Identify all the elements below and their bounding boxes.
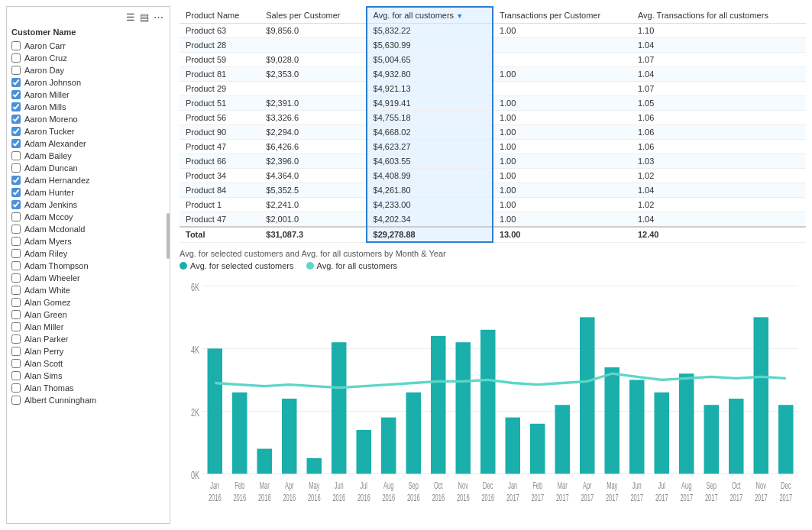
list-item[interactable]: Adam Mccoy: [10, 211, 167, 223]
total-cell: 13.00: [493, 227, 632, 242]
customer-name: Alan Sims: [24, 371, 63, 380]
customer-checkbox[interactable]: [11, 102, 21, 111]
svg-text:2017: 2017: [705, 493, 718, 503]
list-item[interactable]: Aaron Moreno: [10, 113, 167, 125]
table-cell: 1.02: [632, 169, 806, 183]
table-cell: 1.07: [632, 82, 806, 96]
customer-checkbox[interactable]: [11, 298, 21, 307]
table-header[interactable]: Avg. for all customers ▼: [367, 7, 493, 24]
bar: [679, 373, 694, 473]
customer-checkbox[interactable]: [11, 286, 21, 295]
customer-checkbox[interactable]: [11, 322, 21, 331]
table-header[interactable]: Product Name: [180, 7, 260, 24]
customer-checkbox[interactable]: [11, 347, 21, 356]
list-item[interactable]: Adam Alexander: [10, 137, 167, 150]
table-cell: 1.00: [493, 111, 632, 125]
table-header[interactable]: Sales per Customer: [260, 7, 366, 24]
list-item[interactable]: Alan Perry: [10, 345, 167, 357]
svg-text:6K: 6K: [191, 281, 200, 294]
list-item[interactable]: Aaron Mills: [10, 101, 167, 113]
customer-checkbox[interactable]: [11, 151, 21, 160]
customer-name: Adam Alexander: [24, 139, 86, 148]
table-cell: $3,326.6: [260, 111, 366, 125]
svg-text:Sep: Sep: [707, 480, 717, 490]
table-header[interactable]: Avg. Transactions for all customers: [632, 7, 806, 24]
list-item[interactable]: Alan Scott: [10, 357, 167, 370]
customer-checkbox[interactable]: [11, 273, 21, 283]
table-cell: $5,004.65: [367, 53, 493, 67]
list-item[interactable]: Adam Hunter: [10, 186, 167, 199]
list-item[interactable]: Alan Sims: [10, 370, 167, 382]
customer-name: Alan Green: [24, 310, 67, 319]
customer-checkbox[interactable]: [11, 249, 21, 258]
table-row: Product 66$2,396.0$4,603.551.001.03: [180, 154, 806, 169]
table-cell: $9,856.0: [260, 24, 366, 38]
customer-checkbox[interactable]: [11, 127, 21, 136]
customer-checkbox[interactable]: [11, 115, 21, 124]
customer-checkbox[interactable]: [11, 237, 21, 246]
list-item[interactable]: Adam Duncan: [10, 162, 167, 174]
customer-checkbox[interactable]: [11, 53, 21, 63]
list-item[interactable]: Aaron Johnson: [10, 76, 167, 89]
customer-checkbox[interactable]: [11, 176, 21, 185]
chart-svg: 6K4K2K0KJan2016Feb2016Mar2016Apr2016May2…: [180, 273, 806, 524]
list-item[interactable]: Alan Parker: [10, 333, 167, 345]
customer-checkbox[interactable]: [11, 261, 21, 270]
table-cell: 1.06: [632, 111, 806, 125]
customer-checkbox[interactable]: [11, 90, 21, 99]
svg-text:Feb: Feb: [532, 480, 542, 490]
customer-checkbox[interactable]: [11, 359, 21, 368]
customer-checkbox[interactable]: [11, 371, 21, 380]
customer-checkbox[interactable]: [11, 310, 21, 319]
list-item[interactable]: Alan Gomez: [10, 296, 167, 309]
grid-icon[interactable]: ▤: [140, 11, 149, 23]
customer-checkbox[interactable]: [11, 225, 21, 234]
customer-checkbox[interactable]: [11, 383, 21, 393]
list-item[interactable]: Aaron Miller: [10, 89, 167, 101]
list-item[interactable]: Adam Mcdonald: [10, 223, 167, 235]
list-item[interactable]: Adam Myers: [10, 235, 167, 247]
list-item[interactable]: Alan Green: [10, 309, 167, 321]
customer-checkbox[interactable]: [11, 188, 21, 197]
table-header[interactable]: Transactions per Customer: [493, 7, 632, 24]
list-item[interactable]: Alan Thomas: [10, 382, 167, 394]
scrollbar[interactable]: [167, 213, 170, 259]
list-item[interactable]: Adam Wheeler: [10, 272, 167, 284]
list-item[interactable]: Aaron Carr: [10, 40, 167, 52]
customer-checkbox[interactable]: [11, 139, 21, 148]
customer-checkbox[interactable]: [11, 212, 21, 221]
customer-checkbox[interactable]: [11, 78, 21, 87]
total-cell: Total: [180, 227, 260, 242]
list-item[interactable]: Adam Jenkins: [10, 199, 167, 211]
list-item[interactable]: Aaron Day: [10, 64, 167, 76]
list-item[interactable]: Aaron Cruz: [10, 52, 167, 64]
list-item[interactable]: Albert Cunningham: [10, 394, 167, 406]
list-item[interactable]: Adam White: [10, 284, 167, 296]
customer-checkbox[interactable]: [11, 163, 21, 173]
svg-text:2016: 2016: [233, 493, 246, 503]
table-cell: $4,921.13: [367, 82, 493, 96]
list-item[interactable]: Alan Miller: [10, 321, 167, 333]
list-item[interactable]: Adam Bailey: [10, 150, 167, 162]
total-cell: $29,278.88: [367, 227, 493, 242]
list-item[interactable]: Adam Hernandez: [10, 174, 167, 186]
hamburger-icon[interactable]: ☰: [126, 11, 135, 23]
customer-name: Aaron Carr: [24, 41, 66, 50]
table-row: Product 59$9,028.0$5,004.651.07: [180, 53, 806, 67]
svg-text:2016: 2016: [258, 493, 271, 503]
table-cell: Product 28: [180, 38, 260, 53]
table-cell: Product 66: [180, 154, 260, 169]
customer-name: Aaron Mills: [24, 102, 66, 111]
list-item[interactable]: Adam Riley: [10, 247, 167, 260]
customer-name: Aaron Miller: [24, 90, 70, 99]
total-cell: 12.40: [632, 227, 806, 242]
customer-checkbox[interactable]: [11, 66, 21, 75]
table-cell: Product 34: [180, 169, 260, 183]
customer-checkbox[interactable]: [11, 334, 21, 344]
list-item[interactable]: Adam Thompson: [10, 260, 167, 272]
customer-checkbox[interactable]: [11, 41, 21, 50]
list-item[interactable]: Aaron Tucker: [10, 125, 167, 137]
customer-checkbox[interactable]: [11, 200, 21, 209]
more-icon[interactable]: ⋯: [154, 11, 163, 23]
customer-checkbox[interactable]: [11, 396, 21, 405]
